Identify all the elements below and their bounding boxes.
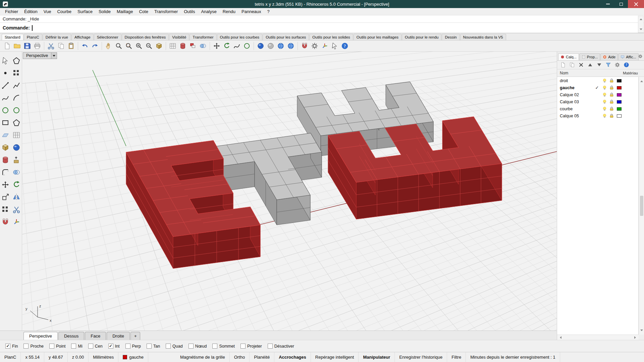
paste-icon[interactable] <box>66 41 76 51</box>
layer-color-swatch[interactable] <box>617 100 622 104</box>
scroll-down-icon[interactable] <box>640 28 642 32</box>
toolbar-tab-dessin[interactable]: Dessin <box>442 34 460 40</box>
minimize-button[interactable] <box>601 0 614 8</box>
open-file-icon[interactable] <box>12 41 22 51</box>
menu-fichier[interactable]: Fichier <box>2 9 21 14</box>
osnap-magnet-icon[interactable] <box>300 41 310 51</box>
move-down-icon[interactable] <box>595 61 603 69</box>
toolbar-tab-nouveautes[interactable]: Nouveautés dans la V5 <box>460 34 506 40</box>
rhino-app-icon[interactable] <box>2 1 8 7</box>
osnap-sommet[interactable]: Sommet <box>212 344 235 349</box>
tab-affichage[interactable]: Affic... <box>618 53 638 60</box>
toggle-smarttrack[interactable]: Repérage intelligent <box>311 352 359 362</box>
toolbar-tab-outils-solides[interactable]: Outils pour les solides <box>309 34 353 40</box>
lock-icon[interactable] <box>609 113 614 118</box>
point-cloud-icon[interactable] <box>11 68 21 78</box>
arc-icon[interactable] <box>11 93 21 103</box>
perspective-viewport[interactable]: z x y Perspective <box>22 52 557 330</box>
command-input-row[interactable]: Commande: <box>0 23 644 33</box>
osnap-tan[interactable]: Tan <box>147 344 160 349</box>
delete-layer-icon[interactable] <box>577 61 585 69</box>
checkbox[interactable] <box>212 344 217 349</box>
layer-color-swatch[interactable] <box>617 86 622 89</box>
viewport-canvas[interactable]: z x y <box>22 52 557 330</box>
gumball-tool-icon[interactable] <box>11 217 21 227</box>
scroll-left-icon[interactable] <box>558 336 561 339</box>
save-file-icon[interactable] <box>22 41 32 51</box>
zoom-window-icon[interactable] <box>124 41 134 51</box>
help-icon[interactable] <box>340 41 350 51</box>
lock-icon[interactable] <box>609 106 614 111</box>
boolean-icon[interactable] <box>11 167 21 177</box>
render-icon[interactable] <box>276 41 286 51</box>
osnap-mi[interactable]: Mi <box>71 344 82 349</box>
tab-proprietes[interactable]: Prop... <box>579 53 600 60</box>
tab-aide[interactable]: Aide <box>600 53 618 60</box>
checkbox[interactable] <box>88 344 93 349</box>
extrude-icon[interactable] <box>11 155 21 165</box>
viewport-tab-face[interactable]: Face <box>85 332 106 340</box>
circle-icon[interactable] <box>0 105 10 115</box>
osnap-noeud[interactable]: Nœud <box>189 344 207 349</box>
fillet-icon[interactable] <box>0 167 10 177</box>
layer-row-calque02[interactable]: Calque 02 <box>557 91 638 98</box>
scroll-right-icon[interactable] <box>634 336 637 339</box>
osnap-proche[interactable]: Proche <box>23 344 44 349</box>
toggle-accrochages[interactable]: Accrochages <box>274 352 311 362</box>
select-cursor-icon[interactable] <box>0 56 10 66</box>
sphere-tool-icon[interactable] <box>256 41 266 51</box>
maximize-button[interactable] <box>614 0 628 8</box>
lock-icon[interactable] <box>609 92 614 97</box>
pan-view-icon[interactable] <box>104 41 114 51</box>
osnap-point[interactable]: Point <box>49 344 66 349</box>
box-icon[interactable] <box>0 142 10 153</box>
selection-filter-icon[interactable] <box>11 56 21 66</box>
panel-horizontal-scrollbar[interactable] <box>557 335 639 340</box>
menu-edition[interactable]: Édition <box>21 9 41 14</box>
move-up-icon[interactable] <box>586 61 594 69</box>
array-tool-icon[interactable] <box>0 204 10 215</box>
rendered-view-icon[interactable] <box>286 41 296 51</box>
toolbar-tab-affichage[interactable]: Affichage <box>71 34 94 40</box>
cut-icon[interactable] <box>46 41 56 51</box>
scroll-down-icon[interactable] <box>640 329 643 333</box>
polygon-icon[interactable] <box>11 118 21 128</box>
scale-tool-icon[interactable] <box>0 192 10 202</box>
zoom-out-icon[interactable] <box>144 41 154 51</box>
redo-icon[interactable] <box>90 41 100 51</box>
toolbar-tab-outils-maillages[interactable]: Outils pour les maillages <box>354 34 401 40</box>
menu-panneaux[interactable]: Panneaux <box>238 9 264 14</box>
bulb-icon[interactable] <box>602 92 607 97</box>
hide-objects-icon[interactable] <box>178 41 188 51</box>
layers-panel-icon[interactable] <box>188 41 198 51</box>
osnap-quad[interactable]: Quad <box>166 344 183 349</box>
display-table-icon[interactable] <box>168 41 178 51</box>
toolbar-tab-selectionner[interactable]: Sélectionner <box>94 34 121 40</box>
circle-tools-icon[interactable] <box>242 41 252 51</box>
checkbox[interactable] <box>189 344 194 349</box>
new-layer-icon[interactable] <box>559 61 567 69</box>
bulb-icon[interactable] <box>602 78 607 83</box>
toolbar-tab-disposition[interactable]: Disposition des fenêtres <box>122 34 169 40</box>
layer-row-gauche[interactable]: gauche ✓ <box>557 84 638 91</box>
toggle-gumball[interactable]: Manipulateur <box>359 352 395 362</box>
menu-outils[interactable]: Outils <box>181 9 198 14</box>
undo-icon[interactable] <box>80 41 90 51</box>
toggle-record-history[interactable]: Enregistrer l'historique <box>395 352 447 362</box>
lock-icon[interactable] <box>609 99 614 104</box>
layer-row-calque03[interactable]: Calque 03 <box>557 98 638 105</box>
active-layer-cell[interactable]: gauche <box>118 352 148 362</box>
viewport-menu-dropdown[interactable] <box>51 53 57 59</box>
layer-color-swatch[interactable] <box>617 114 622 118</box>
plane-icon[interactable] <box>0 130 10 140</box>
sphere-icon[interactable] <box>11 142 21 153</box>
filter-icon[interactable] <box>604 61 612 69</box>
toolbar-tab-standard[interactable]: Standard <box>2 34 23 40</box>
bulb-icon[interactable] <box>602 85 607 90</box>
bulb-icon[interactable] <box>602 99 607 104</box>
checkbox[interactable] <box>268 344 273 349</box>
layer-row-courbe[interactable]: courbe <box>557 105 638 112</box>
toggle-planeite[interactable]: Planéité <box>250 352 274 362</box>
curve-freeform-icon[interactable] <box>0 93 10 103</box>
polyline-icon[interactable] <box>11 80 21 90</box>
